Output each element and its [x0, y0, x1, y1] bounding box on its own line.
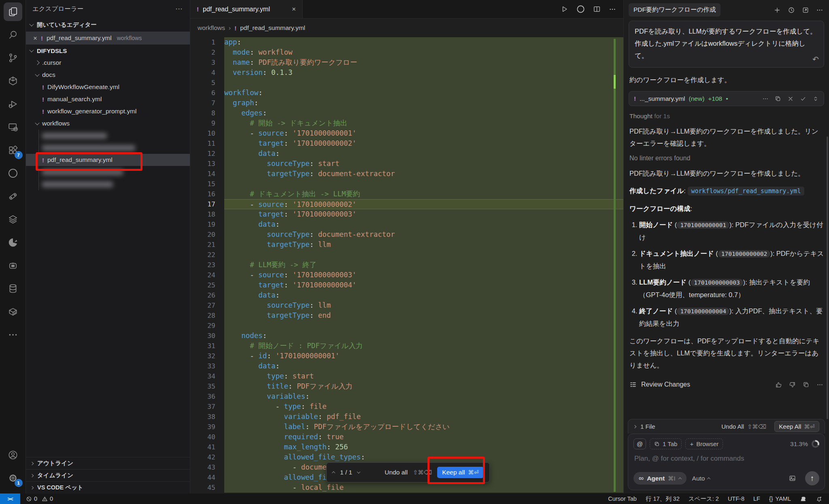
activity-item-settings[interactable]: 1	[0, 466, 26, 489]
code-line[interactable]: 15	[190, 179, 623, 189]
reject-icon[interactable]	[787, 96, 794, 102]
attach-image-button[interactable]	[789, 474, 796, 482]
activity-item-account[interactable]	[0, 443, 26, 466]
problems-indicator[interactable]: 0 0	[26, 495, 53, 502]
restore-checkpoint-icon[interactable]: ↶	[812, 53, 819, 66]
cursor-tab-status[interactable]: Cursor Tab	[608, 495, 637, 502]
activity-item-openai[interactable]	[0, 162, 26, 185]
code-line[interactable]: 32 - id: '1701000000001'	[190, 351, 623, 361]
code-line[interactable]: 11 target: '1701000000002'	[190, 138, 623, 149]
code-line[interactable]: 39 label: PDFファイルをアップロードしてください	[190, 422, 623, 432]
file-item-DifyWorkflowGeneateyml[interactable]: !DifyWorkflowGeneate.yml	[26, 81, 190, 93]
code-line[interactable]: 34 type: start	[190, 371, 623, 381]
encoding-status[interactable]: UTF-8	[728, 495, 744, 502]
code-line[interactable]: 36 variables:	[190, 391, 623, 402]
tab-pdf-read-summary[interactable]: ! pdf_read_summary.yml ×	[190, 0, 303, 18]
chat-scroll-area[interactable]: PDFを読み取り、LLMが要約するワークフローを作成して。作成した.ymlファイ…	[624, 19, 829, 419]
file-item-blurred[interactable]	[26, 130, 190, 142]
activity-item-more[interactable]	[0, 323, 26, 346]
activity-item-robot[interactable]	[0, 254, 26, 277]
code-line[interactable]: 2 mode: workflow	[190, 47, 623, 57]
browser-chip[interactable]: + Browser	[685, 438, 723, 449]
code-line[interactable]: 40 required: true	[190, 432, 623, 442]
history-icon[interactable]	[788, 6, 795, 14]
activity-item-run-debug[interactable]	[0, 92, 26, 115]
open-in-editor-icon[interactable]	[802, 6, 809, 14]
accept-icon[interactable]	[800, 96, 806, 102]
diff-overview-marker[interactable]	[614, 75, 616, 89]
sidebar-section-vs-code-ペット[interactable]: VS CODE ペット	[26, 481, 190, 493]
code-line[interactable]: 21 targetType: llm	[190, 240, 623, 250]
code-line[interactable]: 13 sourceType: start	[190, 159, 623, 169]
file-item-workflow_generator_promptyml[interactable]: !workflow_generator_prompt.yml	[26, 105, 190, 117]
code-line[interactable]: 45 - local_file	[190, 483, 623, 493]
code-line[interactable]: 3 name: PDF読み取り要約ワークフロー	[190, 57, 623, 68]
eol-status[interactable]: LF	[753, 495, 760, 502]
code-line[interactable]: 20 sourceType: document-extractor	[190, 230, 623, 240]
next-diff-icon[interactable]	[357, 470, 360, 473]
explorer-more-icon[interactable]: ⋯	[175, 4, 183, 13]
open-editors-section[interactable]: 開いているエディター	[26, 18, 190, 32]
activity-item-layers[interactable]	[0, 208, 26, 231]
code-line[interactable]: 7 graph:	[190, 98, 623, 108]
folder-item-docs[interactable]: docs	[26, 69, 190, 81]
activity-item-database[interactable]	[0, 277, 26, 300]
code-line[interactable]: 30 nodes:	[190, 331, 623, 341]
code-line[interactable]: 8 edges:	[190, 108, 623, 118]
model-selector[interactable]: Auto	[692, 475, 710, 482]
indentation-status[interactable]: スペース: 2	[689, 495, 719, 503]
code-line[interactable]: 35 title: PDFファイル入力	[190, 381, 623, 391]
code-line[interactable]: 33 data:	[190, 361, 623, 371]
expand-collapse-icon[interactable]	[812, 96, 819, 102]
file-item-blurred[interactable]	[26, 142, 190, 154]
split-editor-icon[interactable]	[593, 5, 601, 13]
code-line[interactable]: 26 data:	[190, 290, 623, 300]
code-line[interactable]: 37 - type: file	[190, 402, 623, 412]
folder-item-workflows[interactable]: workflows	[26, 117, 190, 130]
code-line[interactable]: 41 max_length: 256	[190, 442, 623, 452]
code-line[interactable]: 31 # 開始ノード : PDFファイル入力	[190, 341, 623, 351]
file-item-pdf_read_summaryyml[interactable]: !pdf_read_summary.yml	[26, 154, 190, 166]
sidebar-section-アウトライン[interactable]: アウトライン	[26, 457, 190, 469]
activity-item-container[interactable]	[0, 300, 26, 323]
more-icon[interactable]	[762, 96, 769, 102]
line-col-status[interactable]: 行 17、列 32	[646, 495, 680, 503]
language-mode-status[interactable]: {} YAML	[769, 495, 791, 502]
activity-item-remote-explorer[interactable]	[0, 115, 26, 138]
code-line[interactable]: 29	[190, 321, 623, 331]
open-editor-item[interactable]: × ! pdf_read_summary.yml workflows	[26, 32, 190, 45]
code-line[interactable]: 6workflow:	[190, 88, 623, 98]
activity-item-plugin-diagonal[interactable]	[0, 185, 26, 208]
changed-file-chip[interactable]: ! ..._summary.yml (new) +108 •	[629, 91, 824, 106]
file-item-manual_searchyml[interactable]: !manual_search.yml	[26, 93, 190, 105]
review-changes-button[interactable]: Review Changes	[641, 381, 690, 388]
code-line[interactable]: 4 version: 0.1.3	[190, 68, 623, 78]
undo-all-button[interactable]: Undo all	[385, 469, 408, 476]
code-line[interactable]: 19 data:	[190, 219, 623, 230]
thought-duration[interactable]: Thought for 1s	[629, 113, 823, 120]
chat-scrollbar[interactable]	[827, 136, 828, 419]
new-chat-icon[interactable]	[774, 6, 781, 14]
code-line[interactable]: 42 allowed_file_types:	[190, 452, 623, 462]
chat-title-tab[interactable]: PDF要約ワークフローの作成	[629, 3, 721, 17]
agent-mode-selector[interactable]: ∞ Agent ⌘I	[633, 472, 687, 485]
close-icon[interactable]: ×	[33, 35, 37, 42]
code-line[interactable]: 24 - source: '1701000000003'	[190, 270, 623, 280]
openai-icon[interactable]	[576, 5, 585, 13]
file-item-blurred[interactable]	[26, 178, 190, 190]
undo-all-button[interactable]: Undo All	[721, 423, 744, 430]
activity-item-source-control[interactable]	[0, 46, 26, 69]
thumbs-down-icon[interactable]	[789, 381, 796, 388]
run-icon[interactable]	[561, 5, 568, 13]
code-line[interactable]: 12 data:	[190, 149, 623, 159]
send-button[interactable]: ↑	[805, 471, 819, 485]
folder-item-cursor[interactable]: .cursor	[26, 57, 190, 69]
chat-input-placeholder[interactable]: Plan, @ for context, / for commands	[633, 454, 819, 467]
code-line[interactable]: 28 targetType: end	[190, 310, 623, 321]
thumbs-up-icon[interactable]	[775, 381, 782, 388]
more-actions-icon[interactable]	[609, 6, 616, 13]
keep-all-button[interactable]: Keep All ⌘⏎	[774, 421, 819, 432]
breadcrumb[interactable]: workflows › ! pdf_read_summary.yml	[190, 19, 623, 37]
chat-input-box[interactable]: @ 1 Tab + Browser 31.3% Plan, @ for cont…	[628, 434, 825, 490]
workspace-root[interactable]: DIFYDSLS	[26, 45, 190, 57]
